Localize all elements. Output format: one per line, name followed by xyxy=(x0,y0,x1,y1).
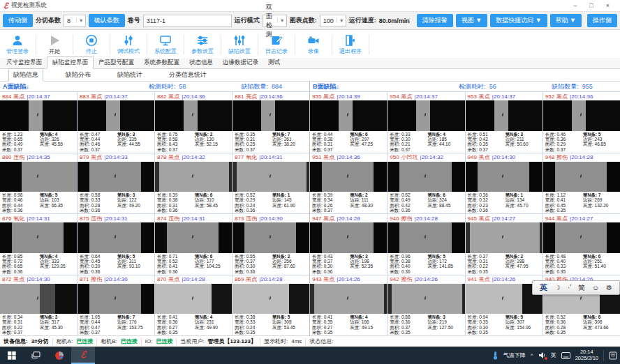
taskbar-app-browser[interactable] xyxy=(47,347,71,364)
defect-cell[interactable]: 944 黑点 |20:14:27 长度: 0.48 宽度: 0.40 面积: 0… xyxy=(543,214,620,275)
defect-cell[interactable]: 878 黑点 |20:14:32 长度: 0.39 宽度: 0.38 面积: 0… xyxy=(155,153,232,214)
taskbar-app-vision-system[interactable]: ℰ xyxy=(71,347,95,364)
defect-image[interactable] xyxy=(543,222,620,253)
task-view-button[interactable] xyxy=(24,347,47,364)
defect-image[interactable] xyxy=(543,162,620,192)
defect-cell[interactable]: 950 小凹坑 |20:14:32 长度: 0.62 宽度: 0.49 面积: … xyxy=(388,153,464,214)
operator-side-button[interactable]: 操作侧 xyxy=(587,14,617,27)
view-menu-button[interactable]: 视图 ▼ xyxy=(456,14,487,27)
defect-cell[interactable]: 884 黑点 |20:14:37 长度: 1.23 宽度: 0.65 面积: 0… xyxy=(0,92,77,153)
defect-image[interactable] xyxy=(232,100,309,131)
defect-cell[interactable]: 882 黑点 |20:14:36 长度: 0.75 宽度: 0.58 面积: 0… xyxy=(155,92,232,153)
defect-image[interactable] xyxy=(78,162,154,192)
defect-cell[interactable]: 946 擦伤 |20:14:28 长度: 0.96 宽度: 0.38 面积: 0… xyxy=(388,214,464,275)
halfwidth-moon-icon[interactable]: ☽ xyxy=(554,284,561,291)
panel-a-title[interactable]: A面缺陷↓ xyxy=(0,82,149,91)
defect-cell[interactable]: 945 黑点 |20:14:27 长度: 0.37 宽度: 0.31 面积: 0… xyxy=(466,214,542,275)
defect-image[interactable] xyxy=(155,162,232,192)
exit-program-button[interactable]: 退出程序 xyxy=(334,31,367,58)
tab-status-info[interactable]: 状态信息 xyxy=(184,57,218,68)
defect-image[interactable] xyxy=(543,100,620,131)
defect-image[interactable] xyxy=(78,222,154,253)
defect-image[interactable] xyxy=(388,222,464,253)
keyboard-icon[interactable] xyxy=(561,352,570,359)
defect-cell[interactable]: 875 压伤 |20:14:31 长度: 0.64 宽度: 0.45 面积: 0… xyxy=(78,214,154,275)
defect-cell[interactable]: 876 氧化 |20:14:31 长度: 0.85 宽度: 0.72 面积: 0… xyxy=(0,214,77,275)
defect-image[interactable] xyxy=(310,222,387,253)
defect-cell[interactable]: 947 黑点 |20:14:28 长度: 0.43 宽度: 0.37 面积: 0… xyxy=(310,214,387,275)
ime-lang-toggle[interactable]: 英 xyxy=(540,282,547,293)
clear-alarm-button[interactable]: 清除报警 xyxy=(417,14,453,27)
defect-cell[interactable]: 951 黑点 |20:14:36 长度: 0.39 宽度: 0.34 面积: 0… xyxy=(310,153,387,214)
defect-image[interactable] xyxy=(155,284,232,314)
defect-cell[interactable]: 955 黑点 |20:14:39 长度: 0.44 宽度: 0.38 面积: 0… xyxy=(310,92,387,153)
defect-cell[interactable]: 880 压伤 |20:14:35 长度: 0.98 宽度: 0.46 面积: 0… xyxy=(0,153,77,214)
gear-icon[interactable]: ⚙ xyxy=(606,284,612,291)
tab-defect-monitor[interactable]: 缺陷监控界面 xyxy=(47,56,94,69)
system-config-button[interactable]: 系统配置 xyxy=(149,31,182,58)
simplified-toggle[interactable]: 简 xyxy=(578,283,585,293)
punctuation-icon[interactable]: ·’ xyxy=(568,284,572,291)
defect-image[interactable] xyxy=(388,284,464,314)
defect-image[interactable] xyxy=(232,284,309,314)
subtab-defect-info[interactable]: 缺陷信息 xyxy=(8,68,43,82)
video-record-button[interactable]: 录像 xyxy=(297,31,330,58)
debug-mode-button[interactable]: 调试模式 xyxy=(112,31,145,58)
data-quick-access-button[interactable]: 数据快捷访问 ▼ xyxy=(490,14,547,27)
defect-cell[interactable]: 879 黑点 |20:14:33 长度: 0.58 宽度: 0.33 面积: 0… xyxy=(78,153,154,214)
defect-image[interactable] xyxy=(388,100,464,131)
tab-edge-data[interactable]: 边缘数据记录 xyxy=(218,57,263,68)
defect-cell[interactable]: 871 擦伤 |20:14:30 长度: 1.05 宽度: 0.44 面积: 0… xyxy=(78,275,154,336)
tab-system-params[interactable]: 系统参数配置 xyxy=(139,57,184,68)
subtab-class-info-stats[interactable]: 分类信息统计 xyxy=(165,69,211,81)
defect-image[interactable] xyxy=(155,222,232,253)
defect-cell[interactable]: 941 黑点 |20:14:26 长度: 0.94 宽度: 0.35 面积: 0… xyxy=(466,275,542,336)
defect-cell[interactable]: 870 黑点 |20:14:28 长度: 0.41 宽度: 0.36 面积: 0… xyxy=(155,275,232,336)
start-button[interactable]: 开始 xyxy=(38,31,71,58)
defect-cell[interactable]: 881 亮点 |20:14:36 长度: 0.35 宽度: 0.31 面积: 0… xyxy=(232,92,309,153)
defect-image[interactable] xyxy=(466,162,542,192)
defect-cell[interactable]: 953 黑点 |20:14:37 长度: 0.51 宽度: 0.42 面积: 0… xyxy=(466,92,542,153)
weather-text[interactable]: 气温下降 xyxy=(503,351,526,359)
tab-product-config[interactable]: 产品型号配置 xyxy=(94,57,139,68)
defect-image[interactable] xyxy=(0,284,77,314)
defect-cell[interactable]: 949 黑点 |20:14:30 长度: 0.36 宽度: 0.32 面积: 0… xyxy=(466,153,542,214)
subtab-defect-stats[interactable]: 缺陷统计 xyxy=(113,69,147,81)
chart-points-select[interactable]: 100 ▼ xyxy=(320,15,346,27)
action-center-icon[interactable] xyxy=(609,351,617,360)
defect-image[interactable] xyxy=(0,162,77,192)
admin-login-button[interactable]: 管理登录 xyxy=(1,31,34,58)
close-icon[interactable]: × xyxy=(606,2,610,9)
defect-cell[interactable]: 943 黑点 |20:14:26 长度: 0.41 宽度: 0.35 面积: 0… xyxy=(310,275,387,336)
defect-image[interactable] xyxy=(310,284,387,314)
defect-cell[interactable]: 952 黑点 |20:14:36 长度: 0.46 宽度: 0.36 面积: 0… xyxy=(543,92,620,153)
clock[interactable]: 20:14 2025/2/10 xyxy=(575,349,598,361)
tray-expand-caret[interactable]: ^ xyxy=(531,352,533,358)
defect-cell[interactable]: 877 氧化 |20:14:31 长度: 0.52 宽度: 0.29 面积: 0… xyxy=(232,153,309,214)
help-menu-button[interactable]: 帮助 ▼ xyxy=(550,14,582,27)
defect-cell[interactable]: 942 擦伤 |20:14:26 长度: 0.88 宽度: 0.36 面积: 0… xyxy=(388,275,464,336)
defect-cell[interactable]: 869 黑点 |20:14:28 长度: 0.38 宽度: 0.33 面积: 0… xyxy=(232,275,309,336)
confirm-count-button[interactable]: 确认条数 xyxy=(89,14,125,27)
volume-button[interactable] xyxy=(538,351,546,359)
maximize-icon[interactable]: □ xyxy=(589,2,593,9)
drive-side-button[interactable]: 传动侧 xyxy=(3,14,33,27)
defect-image[interactable] xyxy=(466,100,542,131)
defect-image[interactable] xyxy=(466,222,542,253)
log-record-button[interactable]: 日志记录 xyxy=(260,31,293,58)
defect-cell[interactable]: 872 黑点 |20:14:30 长度: 0.34 宽度: 0.31 面积: 0… xyxy=(0,275,77,336)
defect-image[interactable] xyxy=(232,162,309,192)
panel-b-title[interactable]: B面缺陷↓ xyxy=(310,82,459,91)
defect-image[interactable] xyxy=(78,284,154,314)
minimize-icon[interactable]: – xyxy=(573,2,577,9)
defect-cell[interactable]: 873 压伤 |20:14:30 长度: 0.55 宽度: 0.37 面积: 0… xyxy=(232,214,309,275)
defect-image[interactable] xyxy=(0,222,77,253)
defect-cell[interactable]: 948 擦伤 |20:14:28 长度: 1.12 宽度: 0.41 面积: 0… xyxy=(543,153,620,214)
tab-size-monitor[interactable]: 尺寸监控界面 xyxy=(1,57,47,68)
defect-image[interactable] xyxy=(155,100,232,131)
defect-cell[interactable]: 883 黑点 |20:14:37 长度: 0.47 宽度: 0.44 面积: 0… xyxy=(78,92,154,153)
roll-number-input[interactable] xyxy=(143,15,232,27)
defect-image[interactable] xyxy=(0,100,77,131)
defect-image[interactable] xyxy=(232,222,309,253)
stop-button[interactable]: 停止 xyxy=(75,31,108,58)
